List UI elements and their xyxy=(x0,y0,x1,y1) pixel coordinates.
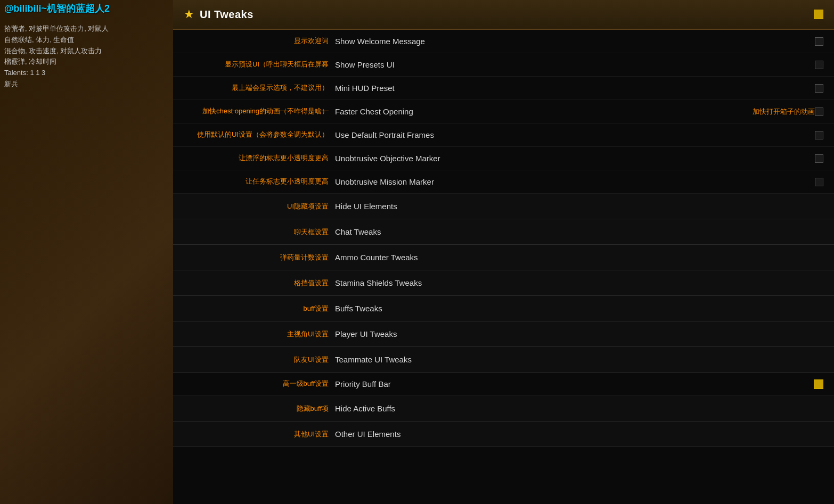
section-row-buffs[interactable]: buff设置 Buffs Tweaks xyxy=(173,296,834,321)
setting-cn-minihud: 最上端会显示选项，不建议用） xyxy=(184,83,333,93)
section-en-teammate: Teammate UI Tweaks xyxy=(333,355,823,364)
setting-checkbox-welcome[interactable] xyxy=(815,37,823,46)
setting-row-portrait[interactable]: 使用默认的UI设置（会将参数全调为默认） Use Default Portrai… xyxy=(173,123,834,147)
sidebar-line-3: 混合物, 攻击速度, 对鼠人攻击力 xyxy=(4,46,109,57)
watermark-text: @bilibili~机智的蓝超人2 xyxy=(4,3,110,14)
setting-en-presets: Show Presets UI xyxy=(333,60,815,69)
setting-cn-welcome: 显示欢迎词 xyxy=(184,36,333,46)
setting-cn-portrait: 使用默认的UI设置（会将参数全调为默认） xyxy=(184,130,333,139)
settings-list: 显示欢迎词 Show Welcome Message 显示预设UI（呼出聊天框后… xyxy=(173,30,834,504)
setting-checkbox-mission[interactable] xyxy=(815,178,823,186)
setting-en-portrait: Use Default Portrait Frames xyxy=(333,130,815,139)
section-row-hide-buffs[interactable]: 隐藏buff项 Hide Active Buffs xyxy=(173,396,834,422)
setting-row-presets[interactable]: 显示预设UI（呼出聊天框后在屏幕 Show Presets UI xyxy=(173,53,834,77)
sidebar-line-1: 拾荒者, 对披甲单位攻击力, 对鼠人 xyxy=(4,23,109,35)
setting-checkbox-portrait[interactable] xyxy=(815,131,823,139)
section-row-chat[interactable]: 聊天框设置 Chat Tweaks xyxy=(173,219,834,245)
section-en-other-ui: Other UI Elements xyxy=(333,429,823,439)
star-icon: ★ xyxy=(184,7,194,21)
section-cn-teammate: 队友UI设置 xyxy=(184,355,333,365)
setting-cn-objective: 让漂浮的标志更小透明度更高 xyxy=(184,153,333,163)
setting-checkbox-chest[interactable] xyxy=(815,108,823,116)
section-en-chat: Chat Tweaks xyxy=(333,227,823,236)
section-cn-stamina: 格挡值设置 xyxy=(184,278,333,288)
setting-checkbox-minihud[interactable] xyxy=(815,84,823,93)
setting-checkbox-priority-buff[interactable] xyxy=(814,379,823,389)
setting-cn-presets: 显示预设UI（呼出聊天框后在屏幕 xyxy=(184,60,333,69)
section-row-ammo[interactable]: 弹药量计数设置 Ammo Counter Tweaks xyxy=(173,245,834,270)
sidebar-line-2: 自然联结, 体力, 生命值 xyxy=(4,35,109,46)
watermark-area: @bilibili~机智的蓝超人2 xyxy=(0,0,114,17)
setting-en-welcome: Show Welcome Message xyxy=(333,37,815,46)
setting-row-objective[interactable]: 让漂浮的标志更小透明度更高 Unobtrusive Objective Mark… xyxy=(173,147,834,170)
section-row-other-ui[interactable]: 其他UI设置 Other UI Elements xyxy=(173,422,834,447)
sidebar-line-4: 榴霰弹, 冷却时间 xyxy=(4,56,109,68)
sidebar-info: 拾荒者, 对披甲单位攻击力, 对鼠人 自然联结, 体力, 生命值 混合物, 攻击… xyxy=(0,21,113,92)
sidebar-line-6: 新兵 xyxy=(4,79,109,90)
setting-cn-chest: 加快chest opening的动画（不咋得是啥） xyxy=(184,106,333,116)
section-en-player: Player UI Tweaks xyxy=(333,329,823,338)
section-en-hide-buffs: Hide Active Buffs xyxy=(333,404,823,413)
section-row-player[interactable]: 主视角UI设置 Player UI Tweaks xyxy=(173,321,834,347)
section-en-ammo: Ammo Counter Tweaks xyxy=(333,253,823,262)
section-en-stamina: Stamina Shields Tweaks xyxy=(333,278,823,287)
setting-row-mission[interactable]: 让任务标志更小透明度更高 Unobtrusive Mission Marker xyxy=(173,170,834,194)
section-row-teammate[interactable]: 队友UI设置 Teammate UI Tweaks xyxy=(173,347,834,373)
sidebar-line-5: Talents: 1 1 3 xyxy=(4,68,109,79)
section-cn-hide-buffs: 隐藏buff项 xyxy=(184,404,333,414)
setting-row-chest[interactable]: 加快chest opening的动画（不咋得是啥） Faster Chest O… xyxy=(173,100,834,123)
setting-en-chest: Faster Chest Opening xyxy=(333,107,748,116)
setting-en-objective: Unobtrusive Objective Marker xyxy=(333,154,815,163)
setting-cn-suffix-chest: 加快打开箱子的动画 xyxy=(753,107,815,117)
section-cn-player: 主视角UI设置 xyxy=(184,329,333,339)
section-row-hideui[interactable]: UI隐藏项设置 Hide UI Elements xyxy=(173,194,834,219)
panel-title: UI Tweaks xyxy=(200,9,254,21)
setting-en-mission: Unobtrusive Mission Marker xyxy=(333,177,815,186)
setting-row-welcome[interactable]: 显示欢迎词 Show Welcome Message xyxy=(173,30,834,53)
section-row-stamina[interactable]: 格挡值设置 Stamina Shields Tweaks xyxy=(173,270,834,296)
section-cn-buffs: buff设置 xyxy=(184,304,333,313)
setting-en-priority-buff: Priority Buff Bar xyxy=(333,379,814,389)
section-cn-other-ui: 其他UI设置 xyxy=(184,429,333,439)
section-cn-chat: 聊天框设置 xyxy=(184,227,333,237)
section-en-hideui: Hide UI Elements xyxy=(333,202,823,211)
setting-checkbox-objective[interactable] xyxy=(815,154,823,163)
section-en-buffs: Buffs Tweaks xyxy=(333,304,823,313)
setting-en-minihud: Mini HUD Preset xyxy=(333,84,815,93)
section-cn-hideui: UI隐藏项设置 xyxy=(184,202,333,211)
setting-cn-priority-buff: 高一级buff设置 xyxy=(184,379,333,389)
setting-row-priority-buff[interactable]: 高一级buff设置 Priority Buff Bar xyxy=(173,373,834,396)
setting-checkbox-presets[interactable] xyxy=(815,61,823,69)
setting-cn-mission: 让任务标志更小透明度更高 xyxy=(184,177,333,186)
main-panel: ★ UI Tweaks 显示欢迎词 Show Welcome Message 显… xyxy=(173,0,834,504)
setting-row-minihud[interactable]: 最上端会显示选项，不建议用） Mini HUD Preset xyxy=(173,77,834,100)
panel-header: ★ UI Tweaks xyxy=(173,0,834,30)
section-cn-ammo: 弹药量计数设置 xyxy=(184,253,333,262)
header-checkbox[interactable] xyxy=(814,10,823,19)
